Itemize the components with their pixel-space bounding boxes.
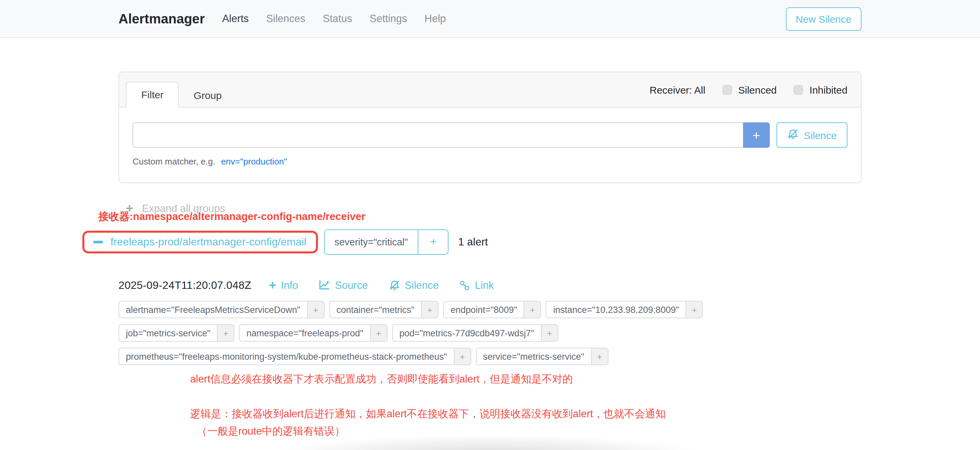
alert-timestamp: 2025-09-24T11:20:07.048Z (118, 279, 251, 291)
matcher-hint-example-link[interactable]: env="production" (221, 157, 287, 166)
link-icon (460, 280, 470, 290)
add-filter-plus-button[interactable]: + (591, 349, 608, 364)
add-filter-plus-button[interactable]: + (541, 325, 558, 341)
plus-icon: + (269, 279, 276, 292)
inhibited-label: Inhibited (810, 84, 848, 95)
minus-icon (93, 241, 103, 243)
add-filter-plus-button[interactable]: + (217, 325, 234, 341)
alert-label-text: alertname="FreeleapsMetricsServiceDown" (119, 301, 307, 318)
alert-label: endpoint="8009"+ (443, 301, 541, 318)
silence-filter-label: Silence (804, 129, 837, 141)
nav-item-help[interactable]: Help (425, 13, 446, 25)
group-matcher-label[interactable]: severity="critical" (325, 230, 418, 254)
alert-label-text: container="metrics" (330, 301, 421, 318)
group-header-row: freeleaps-prod/alertmanager-config/email… (118, 229, 862, 255)
receiver-dropdown[interactable]: Receiver: All (650, 84, 706, 95)
chart-icon (319, 279, 330, 291)
alert-label: prometheus="freeleaps-monitoring-system/… (118, 348, 471, 365)
add-filter-plus-button[interactable]: + (421, 301, 438, 318)
alert-action-info[interactable]: +Info (269, 279, 298, 292)
tab-filter[interactable]: Filter (126, 82, 179, 108)
silenced-checkbox[interactable] (722, 85, 732, 95)
filter-tabs: Filter Group (126, 72, 236, 107)
silence-filter-button[interactable]: Silence (776, 122, 848, 148)
annotation-note-1: alert信息必须在接收器下才表示配置成功，否则即使能看到alert，但是通知是… (190, 372, 862, 387)
bell-slash-icon (388, 279, 400, 291)
annotation-receiver-note: 接收器:namespace/altermanager-config-name/r… (99, 210, 366, 224)
group-matcher-add-button[interactable]: + (418, 230, 448, 254)
annotation-red-box: freeleaps-prod/alertmanager-config/email (82, 231, 318, 254)
alert-count: 1 alert (458, 236, 488, 248)
bell-slash-icon (787, 128, 799, 142)
alert-label: service="metrics-service"+ (476, 348, 608, 365)
alert-label-text: instance="10.233.98.209:8009" (547, 301, 686, 318)
alert-actions: +InfoSourceSilenceLink (269, 279, 494, 292)
filter-panel-header: Filter Group Receiver: All Silenced Inhi… (119, 72, 861, 108)
app-brand: Alertmanager (118, 11, 205, 26)
alert-label-text: namespace="freeleaps-prod" (240, 325, 370, 341)
group-receiver-button[interactable]: freeleaps-prod/alertmanager-config/email (110, 236, 306, 248)
alert-label: namespace="freeleaps-prod"+ (239, 324, 388, 342)
page: Alertmanager AlertsSilencesStatusSetting… (0, 0, 980, 450)
alert-label-text: prometheus="freeleaps-monitoring-system/… (119, 349, 453, 364)
alert-label-text: job="metrics-service" (119, 325, 217, 341)
annotation-note-3: （一般是route中的逻辑有错误） (197, 425, 862, 439)
annotation-note-2: 逻辑是：接收器收到alert后进行通知，如果alert不在接收器下，说明接收器没… (190, 407, 862, 421)
alert-label: container="metrics"+ (329, 301, 439, 318)
inhibited-checkbox[interactable] (794, 85, 803, 95)
tab-group[interactable]: Group (179, 83, 236, 108)
matcher-input[interactable] (132, 122, 743, 148)
add-filter-plus-button[interactable]: + (686, 301, 703, 318)
filter-panel: Filter Group Receiver: All Silenced Inhi… (118, 71, 862, 183)
nav-item-alerts[interactable]: Alerts (222, 13, 249, 25)
nav-item-silences[interactable]: Silences (266, 13, 305, 25)
alert-label: pod="metrics-77d9cdb497-wdsj7"+ (392, 324, 558, 342)
group-matcher: severity="critical" + (324, 229, 449, 255)
alert-label-row: prometheus="freeleaps-monitoring-system/… (118, 348, 862, 365)
matcher-hint-text: Custom matcher, e.g. (132, 157, 215, 166)
nav-item-settings[interactable]: Settings (369, 13, 407, 25)
alert-label: alertname="FreeleapsMetricsServiceDown"+ (118, 301, 325, 318)
alert-label-text: endpoint="8009" (444, 301, 524, 318)
add-filter-plus-button[interactable]: + (370, 325, 387, 341)
add-filter-plus-button[interactable]: + (453, 349, 470, 364)
alert-groups: + Expand all groups 接收器:namespace/alterm… (118, 202, 862, 439)
alert-label-row: alertname="FreeleapsMetricsServiceDown"+… (118, 301, 862, 318)
alert-action-link[interactable]: Link (460, 279, 494, 291)
alert-action-source[interactable]: Source (319, 279, 368, 291)
add-filter-plus-button[interactable]: + (524, 301, 541, 318)
alert-label: instance="10.233.98.209:8009"+ (546, 301, 703, 318)
alert-label-text: service="metrics-service" (476, 349, 591, 364)
nav-item-status[interactable]: Status (323, 13, 352, 25)
alert-header-row: 2025-09-24T11:20:07.048Z +InfoSourceSile… (118, 279, 862, 292)
nav-items: AlertsSilencesStatusSettingsHelp (222, 13, 446, 25)
alert-label: job="metrics-service"+ (118, 324, 235, 342)
alert-label-row: job="metrics-service"+namespace="freelea… (118, 324, 862, 342)
alert-action-silence[interactable]: Silence (388, 279, 439, 291)
silenced-label: Silenced (738, 84, 776, 95)
alert-labels: alertname="FreeleapsMetricsServiceDown"+… (118, 301, 862, 365)
add-matcher-button[interactable]: + (743, 122, 770, 148)
filter-panel-body: + Silence Custom matcher, e.g. (119, 108, 861, 182)
alert-label-text: pod="metrics-77d9cdb497-wdsj7" (393, 325, 541, 341)
top-nav: Alertmanager AlertsSilencesStatusSetting… (0, 0, 980, 38)
new-silence-button[interactable]: New Silence (786, 7, 862, 30)
add-filter-plus-button[interactable]: + (307, 301, 324, 318)
